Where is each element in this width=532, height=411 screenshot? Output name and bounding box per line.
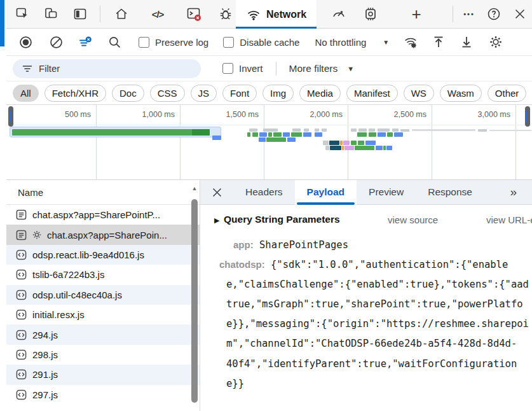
throttling-select[interactable]: No throttling bbox=[315, 37, 366, 48]
add-tab-button[interactable]: + bbox=[404, 0, 429, 28]
waterfall-bar bbox=[392, 129, 399, 132]
view-url-encoded-link[interactable]: view URL-encoded bbox=[486, 214, 532, 225]
type-filter-css[interactable]: CSS bbox=[150, 85, 185, 102]
type-filter-manifest[interactable]: Manifest bbox=[346, 85, 398, 102]
scrollbar-thumb[interactable] bbox=[191, 199, 198, 403]
invert-checkbox[interactable] bbox=[222, 63, 233, 74]
tab-console[interactable] bbox=[181, 0, 207, 28]
throttling-caret-icon[interactable]: ▼ bbox=[383, 39, 389, 46]
tab-headers[interactable]: Headers bbox=[233, 180, 295, 205]
waterfall-bar bbox=[249, 129, 257, 132]
network-overview-timeline[interactable]: 500 ms 1,000 ms 1,500 ms 2,000 ms 2,500 … bbox=[6, 105, 532, 180]
filter-separator bbox=[276, 62, 276, 76]
request-row-selected[interactable]: chat.aspx?app=SharePoin... bbox=[6, 225, 200, 244]
gridline-3000ms bbox=[515, 105, 516, 179]
script-icon bbox=[16, 269, 27, 280]
device-emulation-button[interactable] bbox=[38, 0, 64, 28]
more-filters-caret-icon[interactable]: ▼ bbox=[347, 65, 354, 73]
inspect-icon bbox=[15, 6, 30, 22]
add-tab-icon: + bbox=[411, 4, 421, 24]
waterfall-bar bbox=[303, 132, 311, 137]
request-row[interactable]: chat.aspx?app=SharePointP... bbox=[6, 205, 200, 225]
tab-network[interactable]: Network bbox=[236, 0, 317, 29]
ruler-edge bbox=[6, 125, 532, 125]
expander-triangle-icon[interactable]: ▶ bbox=[214, 216, 219, 225]
import-har-button[interactable] bbox=[431, 34, 446, 50]
disable-cache-checkbox[interactable] bbox=[223, 37, 234, 48]
more-options-button[interactable]: ••• bbox=[456, 0, 482, 28]
waterfall-bar bbox=[287, 137, 296, 142]
tab-debugger[interactable] bbox=[213, 0, 238, 28]
waterfall-bar bbox=[378, 129, 390, 132]
inspect-button[interactable] bbox=[10, 0, 35, 28]
tab-welcome[interactable] bbox=[109, 0, 134, 28]
scroll-up-icon[interactable]: ▲ bbox=[191, 185, 198, 192]
type-filter-doc[interactable]: Doc bbox=[112, 85, 144, 102]
request-row[interactable]: odsp.react.lib-9ea4d016.js bbox=[6, 245, 200, 265]
device-emulation-icon bbox=[43, 6, 58, 22]
type-filter-font[interactable]: Font bbox=[222, 85, 257, 102]
export-har-button[interactable] bbox=[459, 34, 474, 50]
filter-toggle-button[interactable] bbox=[78, 34, 93, 50]
help-button[interactable] bbox=[481, 0, 507, 28]
record-button[interactable] bbox=[18, 34, 33, 50]
waterfall-bar bbox=[304, 129, 309, 132]
type-filter-fetch-xhr[interactable]: Fetch/XHR bbox=[44, 85, 106, 102]
view-source-link[interactable]: view source bbox=[388, 214, 438, 225]
close-details-button[interactable] bbox=[200, 187, 233, 198]
more-tabs-icon[interactable]: » bbox=[510, 185, 517, 199]
network-settings-button[interactable] bbox=[488, 34, 503, 50]
waterfall-bar bbox=[387, 132, 393, 137]
type-filter-media[interactable]: Media bbox=[299, 85, 341, 102]
request-row[interactable]: 298.js bbox=[6, 345, 200, 365]
overview-left-handle[interactable] bbox=[8, 106, 13, 127]
request-row[interactable]: 297.js bbox=[6, 385, 200, 405]
request-details-panel: Headers Payload Preview Response » ▶ Que… bbox=[200, 180, 532, 411]
tab-preview[interactable]: Preview bbox=[357, 180, 416, 205]
overview-right-handle[interactable] bbox=[525, 106, 530, 127]
tab-performance[interactable] bbox=[326, 0, 351, 28]
search-button[interactable] bbox=[107, 34, 122, 50]
network-conditions-button[interactable] bbox=[403, 34, 418, 50]
request-row[interactable]: 291.js bbox=[6, 365, 200, 384]
tab-payload[interactable]: Payload bbox=[295, 180, 357, 205]
script-icon bbox=[16, 369, 27, 380]
type-filter-js[interactable]: JS bbox=[191, 85, 217, 102]
waterfall-bar bbox=[383, 146, 386, 150]
close-devtools-button[interactable] bbox=[507, 0, 532, 28]
request-row[interactable]: 294.js bbox=[6, 324, 200, 344]
name-column-header[interactable]: Name bbox=[6, 180, 200, 205]
request-type-filterbar: All Fetch/XHR Doc CSS JS Font Img Media … bbox=[6, 81, 532, 105]
waterfall-bar bbox=[291, 132, 302, 137]
preserve-log-checkbox[interactable] bbox=[139, 37, 149, 48]
tab-response[interactable]: Response bbox=[416, 180, 484, 205]
requests-scrollbar[interactable]: ▲ bbox=[190, 183, 199, 411]
type-filter-all[interactable]: All bbox=[13, 85, 39, 102]
clear-button[interactable] bbox=[48, 34, 64, 50]
waterfall-bar bbox=[330, 146, 341, 150]
request-row[interactable]: tslib-6a7224b3.js bbox=[6, 265, 200, 284]
dock-panel-button[interactable] bbox=[67, 0, 93, 28]
disable-cache-label: Disable cache bbox=[240, 37, 299, 48]
type-filter-img[interactable]: Img bbox=[263, 85, 294, 102]
request-row[interactable]: initial.resx.js bbox=[6, 305, 200, 324]
type-filter-ws[interactable]: WS bbox=[404, 85, 434, 102]
browser-edge-strip bbox=[0, 0, 4, 46]
param-value: SharePointPages bbox=[259, 239, 348, 251]
network-wifi-icon bbox=[246, 7, 261, 22]
gear-icon bbox=[32, 230, 41, 239]
waterfall-bar bbox=[357, 132, 367, 137]
waterfall-bar bbox=[378, 132, 386, 137]
tab-elements[interactable]: </> bbox=[145, 0, 170, 28]
tab-memory[interactable] bbox=[358, 0, 383, 28]
more-filters-button[interactable]: More filters bbox=[289, 63, 338, 74]
filter-input[interactable]: Filter bbox=[13, 59, 201, 78]
waterfall-bar bbox=[273, 132, 282, 137]
type-filter-wasm[interactable]: Wasm bbox=[440, 85, 482, 102]
console-icon bbox=[186, 6, 202, 22]
waterfall-bar bbox=[315, 132, 322, 137]
waterfall-bar bbox=[259, 132, 267, 137]
type-filter-other[interactable]: Other bbox=[488, 85, 527, 102]
elements-icon: </> bbox=[152, 9, 164, 20]
request-row[interactable]: odsp.util-c48ec40a.js bbox=[6, 285, 200, 305]
